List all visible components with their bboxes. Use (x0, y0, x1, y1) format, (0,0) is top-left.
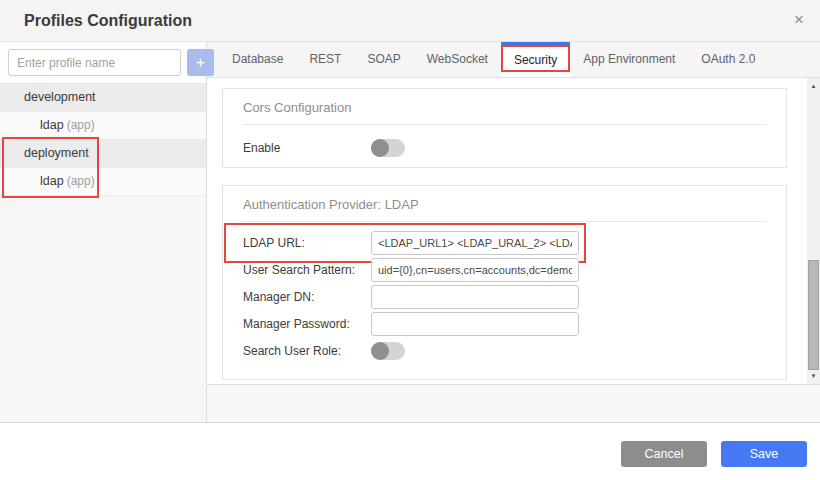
section-divider (243, 221, 766, 222)
add-profile-button[interactable]: + (187, 49, 214, 76)
app-suffix: (app) (67, 118, 95, 132)
search-user-role-row: Search User Role: (243, 339, 766, 363)
save-button[interactable]: Save (721, 441, 807, 467)
manager-dn-label: Manager DN: (243, 290, 371, 304)
user-search-pattern-input[interactable] (371, 258, 579, 282)
user-search-pattern-row: User Search Pattern: (243, 258, 766, 282)
ldap-form: LDAP URL: User Search Pattern: Manager D… (243, 231, 766, 363)
tab-security-label: Security (514, 53, 557, 67)
toggle-knob (371, 342, 389, 360)
scroll-down-icon[interactable]: ▼ (807, 370, 820, 382)
ldap-url-label: LDAP URL: (243, 236, 371, 250)
cors-enable-toggle[interactable] (371, 139, 405, 157)
profile-label: development (24, 90, 96, 104)
tab-security[interactable]: Security (501, 42, 570, 77)
profile-create-bar: + (0, 42, 206, 84)
manager-password-row: Manager Password: (243, 312, 766, 336)
manager-dn-input[interactable] (371, 285, 579, 309)
page-title: Profiles Configuration (0, 0, 820, 41)
settings-tabbar: Database REST SOAP WebSocket Security Ap… (207, 42, 820, 78)
tab-database[interactable]: Database (219, 42, 296, 77)
close-icon[interactable]: × (794, 11, 804, 28)
user-search-pattern-label: User Search Pattern: (243, 263, 371, 277)
cors-configuration-section: Cors Configuration Enable (222, 88, 787, 168)
app-suffix: (app) (67, 174, 95, 188)
ldap-url-row: LDAP URL: (243, 231, 766, 255)
sidebar-item-development[interactable]: development (0, 84, 206, 112)
profile-name-input[interactable] (8, 49, 181, 76)
profile-list: development ldap(app) deployment ldap(ap… (0, 84, 206, 196)
manager-password-input[interactable] (371, 312, 579, 336)
sidebar-item-ldap-app-development[interactable]: ldap(app) (0, 112, 206, 140)
dialog-header: Profiles Configuration × (0, 0, 820, 42)
cors-enable-row: Enable (243, 138, 766, 158)
dialog-footer: Cancel Save (0, 422, 820, 480)
sidebar-item-deployment[interactable]: deployment (0, 140, 206, 168)
vertical-scrollbar[interactable]: ▲ ▼ (807, 78, 820, 384)
profiles-sidebar: + development ldap(app) deployment ldap(… (0, 42, 207, 422)
settings-content: Database REST SOAP WebSocket Security Ap… (207, 42, 820, 422)
ldap-url-input[interactable] (371, 231, 579, 255)
security-settings-pane: Cors Configuration Enable Authentication… (207, 78, 820, 384)
app-label: ldap (40, 174, 64, 188)
search-user-role-toggle[interactable] (371, 342, 405, 360)
sidebar-item-ldap-app-deployment[interactable]: ldap(app) (0, 168, 206, 196)
tab-app-environment[interactable]: App Environment (570, 42, 688, 77)
enable-label: Enable (243, 141, 371, 155)
scroll-up-icon[interactable]: ▲ (807, 80, 820, 92)
search-user-role-label: Search User Role: (243, 344, 371, 358)
manager-password-label: Manager Password: (243, 317, 371, 331)
manager-dn-row: Manager DN: (243, 285, 766, 309)
profile-label: deployment (24, 146, 89, 160)
app-label: ldap (40, 118, 64, 132)
tab-websocket[interactable]: WebSocket (414, 42, 501, 77)
tab-oauth[interactable]: OAuth 2.0 (688, 42, 768, 77)
profiles-configuration-dialog: Profiles Configuration × + development l… (0, 0, 820, 480)
ldap-provider-section: Authentication Provider: LDAP LDAP URL: … (222, 185, 787, 380)
tab-soap[interactable]: SOAP (354, 42, 413, 77)
toggle-knob (371, 139, 389, 157)
section-title-cors: Cors Configuration (243, 100, 766, 115)
cancel-button[interactable]: Cancel (621, 441, 707, 467)
section-divider (243, 124, 766, 125)
content-footer-strip (207, 384, 820, 422)
dialog-body: + development ldap(app) deployment ldap(… (0, 42, 820, 422)
section-title-ldap: Authentication Provider: LDAP (243, 197, 766, 212)
scrollbar-thumb[interactable] (808, 260, 819, 370)
tab-rest[interactable]: REST (296, 42, 354, 77)
